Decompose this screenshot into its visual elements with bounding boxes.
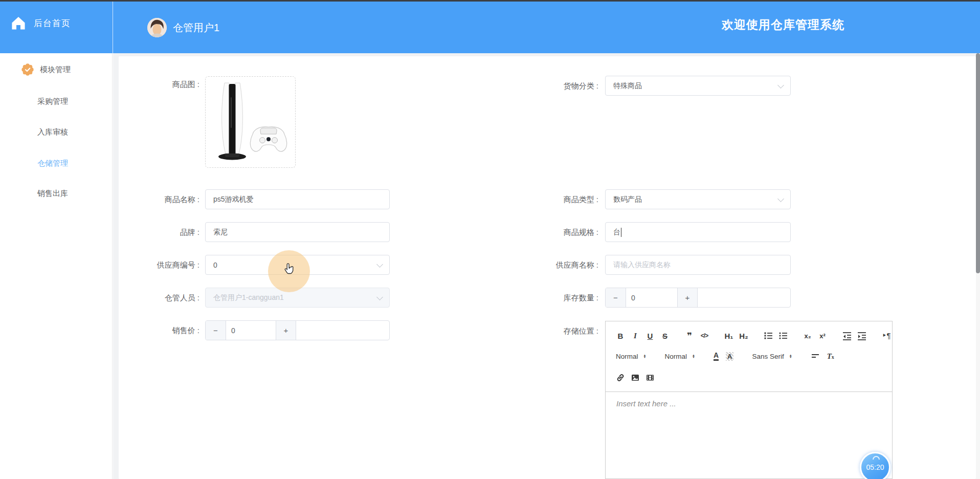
product-image-uploader[interactable] <box>205 76 296 168</box>
current-username: 仓管用户1 <box>173 21 219 35</box>
price-value: 0 <box>231 321 235 340</box>
font-picker[interactable]: Sans Serif ▲▼ <box>752 353 792 360</box>
timer-value: 05:20 <box>866 463 884 471</box>
text-caret <box>621 228 621 237</box>
scrollbar-thumb[interactable] <box>976 53 980 273</box>
font-picker-value: Sans Serif <box>752 353 784 360</box>
home-icon <box>10 15 27 31</box>
minus-icon: − <box>213 326 218 335</box>
italic-icon[interactable]: I <box>631 330 640 341</box>
user-block: 仓管用户1 <box>147 18 219 37</box>
underline-icon[interactable]: U <box>645 330 655 341</box>
picker-arrows-icon: ▲▼ <box>692 354 695 359</box>
category-select[interactable]: 特殊商品 <box>605 76 791 96</box>
window-top-edge <box>0 0 980 2</box>
stock-stepper: − 0 + <box>605 288 791 308</box>
header-1-icon[interactable]: H₁ <box>724 330 733 341</box>
header-picker-value: Normal <box>664 353 687 360</box>
bold-icon[interactable]: B <box>616 330 625 341</box>
stock-decrease-button[interactable]: − <box>606 288 626 307</box>
outdent-icon[interactable] <box>842 330 852 341</box>
blockquote-icon[interactable]: ❞ <box>685 330 694 341</box>
storage-rich-text-editor: B I U S ❞ </> H₁ H₂ <box>605 321 893 479</box>
minus-icon: − <box>613 293 618 302</box>
background-color-icon[interactable]: A <box>726 352 733 361</box>
sidebar-item-purchase-manage[interactable]: 采购管理 <box>0 95 112 108</box>
category-label: 货物分类 : <box>511 76 598 96</box>
keeper-label: 仓管人员 : <box>113 288 199 308</box>
sidebar-label: 销售出库 <box>37 189 68 199</box>
price-increase-button[interactable]: + <box>276 321 296 340</box>
chevron-down-icon <box>376 294 383 300</box>
stock-label: 库存数量 : <box>511 288 598 308</box>
chevron-down-icon <box>777 195 784 202</box>
keeper-select-disabled[interactable]: 仓管用户1-cangguan1 <box>205 288 390 308</box>
warehouse-app: 后台首页 仓管用户1 欢迎使用仓库管理系统 <box>0 0 980 479</box>
indent-icon[interactable] <box>857 330 866 341</box>
picker-arrows-icon: ▲▼ <box>643 354 647 359</box>
sidebar-label: 仓储管理 <box>37 159 68 168</box>
sidebar-item-sales-outbound[interactable]: 销售出库 <box>0 187 112 200</box>
bullet-list-icon[interactable] <box>778 330 788 341</box>
link-icon[interactable] <box>616 372 625 383</box>
supplier-no-label: 供应商编号 : <box>113 255 199 275</box>
image-icon[interactable] <box>631 372 640 383</box>
spec-value: 台 <box>613 228 620 237</box>
product-image-ps5 <box>206 77 295 167</box>
price-decrease-button[interactable]: − <box>206 321 226 340</box>
home-label: 后台首页 <box>34 17 71 29</box>
storage-label: 存储位置 : <box>511 321 598 341</box>
chevron-down-icon <box>777 82 784 89</box>
brand-input[interactable]: 索尼 <box>205 222 390 242</box>
avatar-image <box>147 18 167 37</box>
spec-input[interactable]: 台 <box>605 222 791 242</box>
sidebar-item-warehouse-manage[interactable]: 仓储管理 <box>0 157 112 170</box>
category-value: 特殊商品 <box>613 81 642 91</box>
sidebar-item-inbound-review[interactable]: 入库审核 <box>0 125 112 139</box>
clean-format-icon[interactable]: Tx <box>827 352 834 361</box>
app-header: 后台首页 仓管用户1 欢迎使用仓库管理系统 <box>0 2 980 53</box>
type-select[interactable]: 数码产品 <box>605 189 791 209</box>
align-icon[interactable] <box>811 351 820 362</box>
type-value: 数码产品 <box>613 195 642 204</box>
plus-icon: + <box>685 293 690 302</box>
header-2-icon[interactable]: H₂ <box>739 330 748 341</box>
header-picker[interactable]: Normal ▲▼ <box>664 353 695 360</box>
avatar[interactable] <box>147 18 167 37</box>
subscript-icon[interactable]: x₂ <box>803 330 812 341</box>
timer-arc-decoration <box>873 456 880 460</box>
product-name-input[interactable]: ps5游戏机爱 <box>205 189 390 209</box>
ordered-list-icon[interactable] <box>764 330 773 341</box>
code-block-icon[interactable]: </> <box>700 330 709 341</box>
welcome-title: 欢迎使用仓库管理系统 <box>722 17 844 33</box>
stock-increase-button[interactable]: + <box>677 288 698 307</box>
brand-value: 索尼 <box>213 228 228 237</box>
timer-bubble[interactable]: 05:20 <box>860 452 890 479</box>
text-direction-icon[interactable]: ‣¶ <box>882 330 891 341</box>
editor-text-area[interactable]: Insert text here ... <box>606 393 892 479</box>
editor-toolbar: B I U S ❞ </> H₁ H₂ <box>606 321 892 392</box>
product-name-label: 商品名称 : <box>113 189 199 209</box>
picker-arrows-icon: ▲▼ <box>789 354 792 359</box>
size-picker[interactable]: Normal ▲▼ <box>616 353 646 360</box>
plus-icon: + <box>284 326 288 335</box>
editor-placeholder: Insert text here ... <box>616 399 676 408</box>
strikethrough-icon[interactable]: S <box>660 330 670 341</box>
superscript-icon[interactable]: x² <box>818 330 827 341</box>
hand-cursor-icon <box>282 262 296 276</box>
product-name-value: ps5游戏机爱 <box>213 195 254 204</box>
supplier-name-label: 供应商名称 : <box>511 255 598 275</box>
sidebar-item-module-manage[interactable]: 模块管理 <box>0 63 112 76</box>
chevron-down-icon <box>376 261 383 268</box>
sidebar-label: 模块管理 <box>40 65 71 75</box>
price-stepper: − 0 + <box>205 320 390 340</box>
supplier-name-input[interactable]: 请输入供应商名称 <box>605 255 791 275</box>
sidebar-label: 入库审核 <box>37 127 68 137</box>
spec-label: 商品规格 : <box>511 222 598 242</box>
supplier-no-value: 0 <box>213 261 217 269</box>
video-icon[interactable] <box>645 372 655 383</box>
keeper-value: 仓管用户1-cangguan1 <box>213 293 284 302</box>
header-divider <box>113 2 113 53</box>
text-color-icon[interactable]: A <box>714 352 719 361</box>
home-button[interactable]: 后台首页 <box>10 15 71 31</box>
